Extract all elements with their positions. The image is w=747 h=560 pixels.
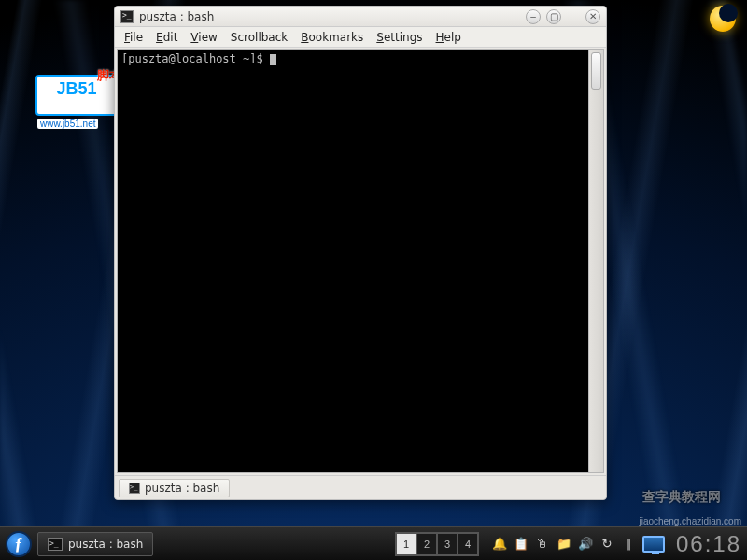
konsole-window: puszta : bash – ▢ ✕ File Edit View Scrol… — [114, 6, 607, 500]
titlebar-spacer — [567, 9, 580, 24]
knotify-icon[interactable]: 🔔 — [492, 537, 507, 552]
chazidian-watermark-cn: 查字典教程网 — [642, 489, 721, 506]
menu-scrollback[interactable]: Scrollback — [231, 31, 288, 44]
tab-label: puszta : bash — [145, 482, 219, 495]
tab-session-1[interactable]: puszta : bash — [119, 479, 230, 497]
system-tray: 🔔 📋 🖱 📁 🔊 ↻ ‖ — [492, 536, 665, 553]
pager-desktop-1[interactable]: 1 — [396, 533, 416, 555]
menu-bookmarks[interactable]: Bookmarks — [301, 31, 363, 44]
pager-desktop-4[interactable]: 4 — [458, 533, 478, 555]
display-applet-icon[interactable] — [642, 536, 665, 553]
taskbar-entry-konsole[interactable]: puszta : bash — [37, 532, 153, 556]
maximize-button[interactable]: ▢ — [546, 9, 561, 24]
terminal-viewport: [puszta@localhost ~]$ — [117, 49, 604, 473]
separator-icon: ‖ — [621, 537, 636, 552]
updates-icon[interactable]: ↻ — [599, 537, 614, 552]
terminal-icon — [120, 10, 134, 23]
kde-taskbar: puszta : bash 1 2 3 4 🔔 📋 🖱 📁 🔊 ↻ ‖ 06:1… — [0, 526, 747, 560]
taskbar-entry-label: puszta : bash — [68, 538, 143, 551]
menu-file[interactable]: File — [124, 31, 143, 44]
folder-icon[interactable]: 📁 — [557, 537, 571, 552]
window-title: puszta : bash — [139, 10, 520, 23]
terminal-scrollbar[interactable] — [588, 50, 603, 472]
chazidian-watermark-url: jiaocheng.chazidian.com — [639, 516, 741, 526]
minimize-button[interactable]: – — [526, 9, 541, 24]
moon-icon — [710, 6, 736, 32]
window-titlebar[interactable]: puszta : bash – ▢ ✕ — [115, 7, 606, 27]
terminal-icon — [129, 483, 140, 494]
menu-help[interactable]: Help — [436, 31, 461, 44]
scrollbar-thumb[interactable] — [591, 52, 601, 90]
menu-view[interactable]: View — [190, 31, 217, 44]
pager-desktop-2[interactable]: 2 — [416, 533, 437, 555]
terminal-content[interactable]: [puszta@localhost ~]$ — [118, 50, 588, 472]
kde-kickoff-launcher[interactable] — [6, 531, 32, 557]
close-button[interactable]: ✕ — [585, 9, 600, 24]
jb51-logo-url: www.jb51.net — [37, 119, 98, 129]
menu-edit[interactable]: Edit — [156, 31, 177, 44]
terminal-icon — [48, 538, 63, 551]
klipper-icon[interactable]: 📋 — [514, 537, 529, 552]
tab-strip: puszta : bash — [115, 475, 606, 499]
menu-settings[interactable]: Settings — [376, 31, 422, 44]
device-icon[interactable]: 🖱 — [535, 537, 550, 552]
pager-desktop-3[interactable]: 3 — [437, 533, 458, 555]
shell-prompt: [puszta@localhost ~]$ — [121, 52, 270, 65]
clock[interactable]: 06:18 — [676, 533, 741, 555]
text-cursor — [270, 54, 276, 65]
desktop-pager: 1 2 3 4 — [395, 532, 479, 556]
jb51-watermark: JB51 脚本之家 www.jb51.net — [35, 75, 118, 116]
menu-bar: File Edit View Scrollback Bookmarks Sett… — [115, 27, 606, 48]
volume-icon[interactable]: 🔊 — [578, 537, 593, 552]
